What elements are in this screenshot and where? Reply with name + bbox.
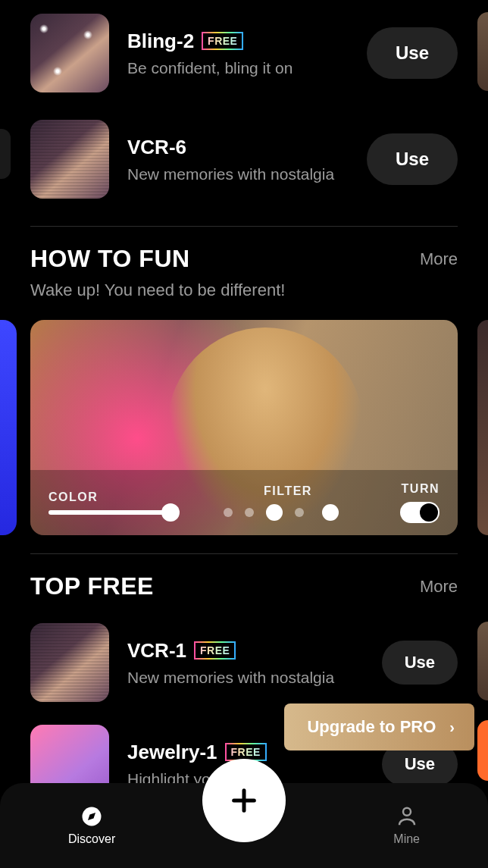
color-label: COLOR: [48, 490, 176, 504]
hero-controls: COLOR FILTER TURN: [30, 470, 458, 535]
filter-row: VCR-6 New memories with nostalgia Use: [0, 111, 488, 208]
filter-subtitle: New memories with nostalgia: [127, 165, 349, 183]
filter-row: Bling-2 FREE Be confident, bling it on U…: [0, 5, 488, 102]
divider: [30, 553, 458, 554]
nav-mine[interactable]: Mine: [393, 805, 420, 846]
section-title: HOW TO FUN: [30, 245, 190, 273]
filter-dots[interactable]: [224, 504, 352, 521]
use-button[interactable]: Use: [367, 133, 458, 185]
filter-label: FILTER: [264, 484, 312, 498]
turn-label: TURN: [402, 482, 440, 496]
filter-title: VCR-1: [127, 639, 186, 663]
filter-title: Bling-2: [127, 30, 194, 53]
section-subtitle: Wake up! You need to be different!: [0, 280, 488, 300]
add-button[interactable]: [202, 759, 286, 842]
divider: [30, 226, 458, 227]
filter-subtitle: New memories with nostalgia: [127, 669, 364, 687]
carousel-peek-left[interactable]: [0, 320, 17, 535]
color-slider[interactable]: [48, 510, 176, 515]
upgrade-to-pro-button[interactable]: Upgrade to PRO ›: [284, 703, 474, 750]
more-link[interactable]: More: [420, 577, 458, 597]
filter-thumbnail[interactable]: [30, 14, 109, 92]
filter-subtitle: Be confident, bling it on: [127, 59, 349, 77]
carousel-peek[interactable]: [477, 12, 488, 91]
filter-thumbnail[interactable]: [30, 120, 109, 199]
filter-title: Jewelry-1: [127, 741, 217, 764]
nav-label: Discover: [68, 832, 115, 846]
filter-title: VCR-6: [127, 136, 186, 159]
upgrade-label: Upgrade to PRO: [307, 717, 436, 737]
filter-row: VCR-1 FREE New memories with nostalgia U…: [0, 614, 488, 711]
more-link[interactable]: More: [420, 249, 458, 269]
section-title: TOP FREE: [30, 572, 154, 600]
carousel-peek[interactable]: [477, 720, 488, 781]
nav-label: Mine: [393, 832, 420, 846]
carousel-peek-right[interactable]: [477, 320, 488, 535]
use-button[interactable]: Use: [382, 641, 458, 685]
free-badge: FREE: [202, 32, 243, 50]
turn-toggle[interactable]: [400, 502, 440, 523]
nav-discover[interactable]: Discover: [68, 805, 115, 846]
carousel-peek[interactable]: [477, 622, 488, 700]
svg-point-2: [403, 808, 411, 816]
filter-thumbnail[interactable]: [30, 623, 109, 702]
plus-icon: [229, 785, 259, 816]
hero-card[interactable]: COLOR FILTER TURN: [30, 320, 458, 535]
chevron-right-icon: ›: [449, 719, 455, 736]
free-badge: FREE: [194, 641, 236, 660]
use-button[interactable]: Use: [367, 27, 458, 79]
person-icon: [396, 805, 418, 828]
compass-icon: [80, 805, 103, 828]
